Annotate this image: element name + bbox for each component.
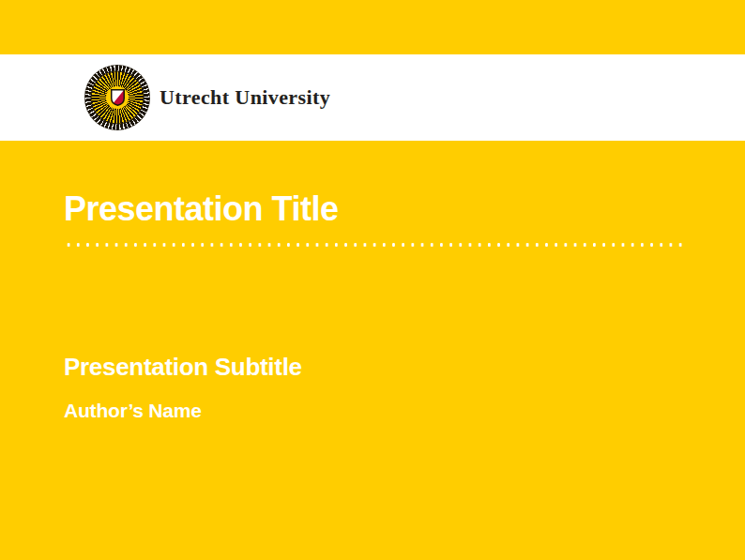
utrecht-shield-icon bbox=[111, 89, 125, 106]
presentation-title: Presentation Title bbox=[64, 189, 338, 228]
author-name: Author’s Name bbox=[64, 400, 202, 422]
dotted-separator bbox=[64, 242, 685, 248]
utrecht-university-seal-icon bbox=[84, 65, 150, 130]
header-band: Utrecht University bbox=[0, 54, 745, 141]
presentation-subtitle: Presentation Subtitle bbox=[64, 353, 302, 382]
title-slide: Utrecht University Presentation Title Pr… bbox=[0, 0, 745, 560]
university-wordmark: Utrecht University bbox=[160, 85, 330, 110]
top-yellow-band bbox=[0, 0, 745, 54]
